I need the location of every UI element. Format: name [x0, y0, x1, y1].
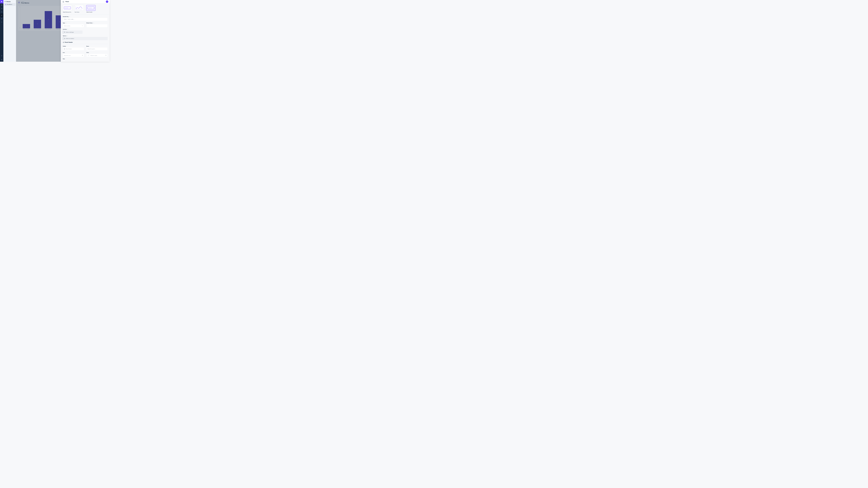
- tile-label: Global Variable: [86, 11, 96, 13]
- mini-line-icon: [76, 6, 83, 10]
- field-color: Color Choose a color...: [86, 52, 107, 57]
- bar-chart-icon: [63, 1, 64, 2]
- wifi-icon: [4, 1, 6, 2]
- notice-text: Select an interface: [66, 38, 74, 39]
- nav-users[interactable]: [0, 7, 3, 10]
- tile-global-variable[interactable]: Global Variable: [86, 5, 96, 12]
- select-placeholder: Select an item...: [64, 25, 71, 26]
- search-icon: [93, 7, 94, 8]
- tile-time-series[interactable]: Time Series: [74, 5, 84, 12]
- eyedropper-icon: [88, 55, 89, 56]
- users-icon: [1, 8, 2, 9]
- field-label: Color: [86, 52, 89, 53]
- field-variable-key: Variable Key: [63, 16, 108, 21]
- svg-point-21: [105, 55, 106, 56]
- palette-icon[interactable]: [105, 55, 106, 56]
- bar: 4: [45, 11, 52, 28]
- color-swatch[interactable]: [88, 54, 90, 56]
- color-input[interactable]: Choose a color...: [86, 54, 107, 57]
- icon-input[interactable]: Search for icon...: [63, 54, 84, 57]
- brand-logo[interactable]: [0, 0, 3, 3]
- type-select[interactable]: Select an item...: [63, 24, 84, 28]
- notice-text: Select a field type: [66, 32, 74, 33]
- field-default-value: Default Value: [86, 22, 107, 27]
- rabbit-icon: [1, 1, 2, 2]
- field-label: Options: [63, 35, 66, 36]
- x-tick: 2024-11-12T12:00:00: [34, 29, 41, 30]
- field-icon: Icon Search for icon...: [63, 52, 84, 57]
- code-icon: [67, 29, 68, 30]
- header-icon: [18, 1, 20, 4]
- save-button[interactable]: [106, 0, 108, 3]
- box-icon: [1, 4, 2, 6]
- svg-point-14: [93, 8, 93, 8]
- field-label: Interface: [63, 29, 67, 30]
- svg-point-1: [2, 8, 2, 8]
- tile-label: Time Series: [74, 11, 84, 13]
- insights-icon: [1, 14, 2, 16]
- field-label: Note: [63, 58, 65, 59]
- sidebar-title: Directus: [6, 1, 11, 2]
- svg-point-3: [1, 15, 2, 15]
- nav-files[interactable]: [0, 10, 3, 13]
- drawer-header-icon: [62, 0, 65, 3]
- field-name: Name: [86, 46, 107, 51]
- field-note: Note: [63, 58, 108, 59]
- icon-placeholder: Search for icon...: [64, 55, 71, 56]
- panel-drawer: Panel Global Relational Varia…: [61, 0, 110, 62]
- field-label: Icon: [63, 52, 65, 53]
- check-icon: [106, 1, 107, 2]
- section-title-text: Panel Header: [65, 41, 73, 43]
- color-placeholder: Choose a color...: [90, 55, 98, 56]
- code-icon: [67, 35, 68, 36]
- drawer-header: Panel: [61, 0, 110, 3]
- code-icon: [93, 22, 94, 24]
- field-type: Type Select an item...: [63, 22, 84, 27]
- help-icon: [1, 18, 2, 19]
- tile-global-relational-variable[interactable]: Global Relational Varia…: [63, 5, 72, 12]
- bar: 1: [23, 24, 30, 28]
- checkbox-label: Show Header: [66, 48, 72, 50]
- info-icon: [64, 32, 65, 33]
- field-label: Variable Key: [63, 16, 69, 17]
- interface-notice: Select a field type: [63, 31, 83, 34]
- sidebar: Directus Post Metrics: [3, 0, 16, 62]
- sidebar-item-post-metrics[interactable]: Post Metrics: [4, 3, 16, 6]
- nav-insights[interactable]: [0, 13, 3, 17]
- expand-icon: [69, 7, 70, 8]
- bell-icon: [1, 55, 2, 56]
- sidebar-header: Directus: [3, 0, 16, 3]
- svg-point-5: [2, 15, 2, 15]
- bar: 2: [34, 20, 41, 28]
- default-value-input[interactable]: [86, 24, 107, 28]
- dashboard-icon: [5, 4, 6, 5]
- field-label: Name: [86, 46, 89, 47]
- variable-key-input[interactable]: [63, 18, 108, 21]
- dashboard-icon: [19, 2, 20, 3]
- y-tick: 5: [19, 6, 20, 7]
- folder-icon: [1, 11, 2, 12]
- y-tick: 0: [19, 28, 20, 28]
- field-label: Visible: [63, 46, 66, 47]
- field-options: Options Select an interface: [63, 35, 108, 40]
- nav-account[interactable]: [0, 58, 3, 61]
- nav-settings[interactable]: [0, 20, 3, 24]
- info-icon: [63, 41, 64, 43]
- code-icon: [69, 16, 70, 17]
- name-input[interactable]: [86, 47, 107, 51]
- nav-content[interactable]: [0, 3, 3, 7]
- gear-icon: [1, 21, 2, 23]
- svg-rect-12: [5, 4, 6, 5]
- drawer-body[interactable]: Global Relational Varia… Time Series: [61, 3, 110, 62]
- close-icon[interactable]: [82, 55, 83, 56]
- x-tick: 2024-11-11T12:00:00: [23, 29, 30, 30]
- tile-label: Global Relational Varia…: [63, 11, 72, 13]
- show-header-checkbox[interactable]: Show Header: [63, 47, 84, 51]
- sidebar-item-label: Post Metrics: [7, 4, 12, 5]
- field-interface: Interface Select a field type: [63, 29, 108, 34]
- icon-rail: [0, 0, 3, 62]
- nav-notifications[interactable]: [0, 54, 3, 57]
- nav-help[interactable]: [0, 17, 3, 20]
- field-visible: Visible Show Header: [63, 46, 84, 51]
- field-label: Default Value: [86, 22, 92, 24]
